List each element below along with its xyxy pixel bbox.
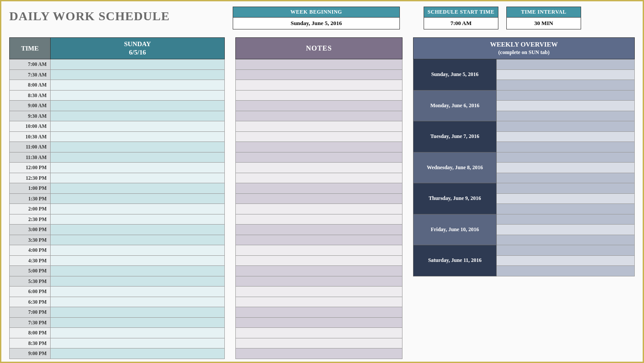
- weekly-slot[interactable]: [497, 245, 635, 256]
- weekly-day-group: Wednesday, June 8, 2016: [413, 152, 635, 184]
- note-row[interactable]: [235, 91, 402, 101]
- schedule-cell[interactable]: [51, 163, 225, 173]
- schedule-cell[interactable]: [51, 173, 225, 184]
- schedule-cell[interactable]: [51, 297, 225, 308]
- note-row[interactable]: [235, 173, 402, 184]
- note-row[interactable]: [235, 287, 402, 297]
- time-cell: 2:00 PM: [9, 204, 51, 214]
- schedule-cell[interactable]: [51, 204, 225, 214]
- note-row[interactable]: [235, 348, 402, 359]
- weekly-slot[interactable]: [497, 235, 635, 246]
- schedule-cell[interactable]: [51, 235, 225, 246]
- schedule-table: TIME SUNDAY 6/5/16 7:00 AM7:30 AM8:00 AM…: [9, 37, 225, 359]
- schedule-row: 6:30 PM: [9, 297, 225, 308]
- day-column-header: SUNDAY 6/5/16: [51, 37, 225, 59]
- schedule-cell[interactable]: [51, 91, 225, 101]
- time-interval-box: TIME INTERVAL 30 MIN: [506, 7, 581, 29]
- schedule-cell[interactable]: [51, 328, 225, 338]
- weekly-slot[interactable]: [497, 152, 635, 163]
- note-row[interactable]: [235, 163, 402, 173]
- note-row[interactable]: [235, 121, 402, 132]
- week-beginning-value[interactable]: Sunday, June 5, 2016: [233, 18, 400, 29]
- schedule-row: 12:00 PM: [9, 163, 225, 173]
- weekly-slot[interactable]: [497, 163, 635, 173]
- note-row[interactable]: [235, 204, 402, 214]
- weekly-overview-header: WEEKLY OVERVIEW (complete on SUN tab): [413, 37, 635, 59]
- note-row[interactable]: [235, 318, 402, 328]
- weekly-slot[interactable]: [497, 121, 635, 132]
- schedule-cell[interactable]: [51, 348, 225, 359]
- weekly-day-label: Friday, June 10, 2016: [413, 214, 497, 246]
- schedule-row: 1:00 PM: [9, 183, 225, 194]
- weekly-slot[interactable]: [497, 256, 635, 266]
- note-row[interactable]: [235, 338, 402, 349]
- time-cell: 5:00 PM: [9, 266, 51, 276]
- note-row[interactable]: [235, 266, 402, 276]
- schedule-cell[interactable]: [51, 132, 225, 142]
- schedule-cell[interactable]: [51, 194, 225, 204]
- schedule-row: 9:30 AM: [9, 111, 225, 122]
- main-content: TIME SUNDAY 6/5/16 7:00 AM7:30 AM8:00 AM…: [9, 37, 635, 359]
- weekly-day-slots: [497, 214, 635, 246]
- schedule-cell[interactable]: [51, 152, 225, 163]
- schedule-cell[interactable]: [51, 266, 225, 276]
- weekly-slot[interactable]: [497, 183, 635, 194]
- note-row[interactable]: [235, 225, 402, 235]
- weekly-slot[interactable]: [497, 266, 635, 276]
- weekly-slot[interactable]: [497, 225, 635, 235]
- schedule-cell[interactable]: [51, 276, 225, 287]
- time-interval-value[interactable]: 30 MIN: [506, 18, 581, 29]
- note-row[interactable]: [235, 297, 402, 308]
- schedule-cell[interactable]: [51, 121, 225, 132]
- note-row[interactable]: [235, 256, 402, 266]
- weekly-slot[interactable]: [497, 173, 635, 184]
- schedule-cell[interactable]: [51, 338, 225, 349]
- note-row[interactable]: [235, 214, 402, 225]
- note-row[interactable]: [235, 194, 402, 204]
- note-row[interactable]: [235, 276, 402, 287]
- schedule-cell[interactable]: [51, 245, 225, 256]
- schedule-cell[interactable]: [51, 214, 225, 225]
- note-row[interactable]: [235, 235, 402, 246]
- weekly-slot[interactable]: [497, 80, 635, 91]
- weekly-slot[interactable]: [497, 70, 635, 80]
- schedule-cell[interactable]: [51, 111, 225, 122]
- schedule-cell[interactable]: [51, 183, 225, 194]
- note-row[interactable]: [235, 307, 402, 318]
- schedule-cell[interactable]: [51, 307, 225, 318]
- note-row[interactable]: [235, 101, 402, 111]
- schedule-row: 4:00 PM: [9, 245, 225, 256]
- schedule-cell[interactable]: [51, 142, 225, 152]
- schedule-cell[interactable]: [51, 59, 225, 70]
- weekly-slot[interactable]: [497, 194, 635, 204]
- weekly-slot[interactable]: [497, 111, 635, 122]
- weekly-slot[interactable]: [497, 101, 635, 111]
- note-row[interactable]: [235, 111, 402, 122]
- schedule-cell[interactable]: [51, 318, 225, 328]
- note-row[interactable]: [235, 70, 402, 80]
- schedule-cell[interactable]: [51, 70, 225, 80]
- schedule-row: 7:00 AM: [9, 59, 225, 70]
- schedule-cell[interactable]: [51, 287, 225, 297]
- weekly-slot[interactable]: [497, 142, 635, 152]
- note-row[interactable]: [235, 183, 402, 194]
- schedule-cell[interactable]: [51, 225, 225, 235]
- note-row[interactable]: [235, 152, 402, 163]
- weekly-slot[interactable]: [497, 132, 635, 142]
- weekly-day-group: Saturday, June 11, 2016: [413, 245, 635, 276]
- schedule-row: 4:30 PM: [9, 256, 225, 266]
- note-row[interactable]: [235, 132, 402, 142]
- schedule-cell[interactable]: [51, 80, 225, 91]
- schedule-cell[interactable]: [51, 101, 225, 111]
- weekly-slot[interactable]: [497, 59, 635, 70]
- note-row[interactable]: [235, 142, 402, 152]
- note-row[interactable]: [235, 328, 402, 338]
- note-row[interactable]: [235, 59, 402, 70]
- weekly-slot[interactable]: [497, 204, 635, 214]
- weekly-slot[interactable]: [497, 214, 635, 225]
- schedule-cell[interactable]: [51, 256, 225, 266]
- schedule-start-value[interactable]: 7:00 AM: [424, 18, 498, 29]
- weekly-slot[interactable]: [497, 91, 635, 101]
- note-row[interactable]: [235, 80, 402, 91]
- note-row[interactable]: [235, 245, 402, 256]
